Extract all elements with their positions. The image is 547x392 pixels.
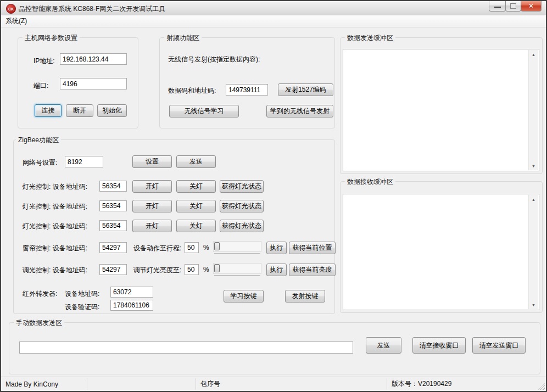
app-window: CK 晶控智能家居系统 KC868-F网关二次开发调试工具 × 系统(Z) 主机… xyxy=(0,0,547,392)
dimmer-percent-sign: % xyxy=(203,266,209,273)
curtain-slider-channel xyxy=(214,253,260,254)
dimmer-get-brightness-button[interactable]: 获得当前亮度 xyxy=(289,264,336,276)
port-input[interactable] xyxy=(60,78,127,89)
light-row-label: 灯光控制: 设备地址码: xyxy=(23,202,87,211)
recv-buffer-textarea[interactable]: ▲ ▼ xyxy=(343,194,539,310)
send-buffer-group: 数据发送缓冲区 ▲ ▼ xyxy=(340,37,543,174)
manual-send-group: 手动数据发送区 发送 清空接收窗口 清空发送窗口 xyxy=(9,322,540,374)
minimize-button[interactable] xyxy=(489,1,506,12)
ip-label: IP地址: xyxy=(34,57,55,66)
manual-send-button[interactable]: 发送 xyxy=(366,337,401,354)
send-buffer-scrollbar[interactable]: ▲ ▼ xyxy=(528,50,538,170)
curtain-percent-input[interactable] xyxy=(185,242,199,253)
light-off-button[interactable]: 关灯 xyxy=(176,200,216,212)
rf-group-title: 射频功能区 xyxy=(164,33,202,43)
rf-data-label: 数据码和地址码: xyxy=(168,86,216,96)
port-label: 端口: xyxy=(34,81,48,91)
ir-verify-label: 设备验证码: xyxy=(65,303,99,312)
rf-send-learned-button[interactable]: 学到的无线信号发射 xyxy=(266,105,333,117)
clear-recv-button[interactable]: 清空接收窗口 xyxy=(412,337,466,354)
send-buffer-title: 数据发送缓冲区 xyxy=(345,33,395,43)
dimmer-slider-channel xyxy=(214,275,260,276)
menu-bar: 系统(Z) xyxy=(1,15,546,27)
recv-buffer-title: 数据接收缓冲区 xyxy=(345,177,395,187)
rf-group: 射频功能区 无线信号发射(按指定数据内容): 数据码和地址码: 发射1527编码… xyxy=(159,37,335,128)
curtain-exec-button[interactable]: 执行 xyxy=(266,242,287,254)
manual-send-input[interactable] xyxy=(19,341,353,354)
light-addr-input[interactable] xyxy=(99,220,127,231)
status-empty-panel xyxy=(87,378,196,390)
light-off-button[interactable]: 关灯 xyxy=(176,180,216,193)
curtain-addr-input[interactable] xyxy=(99,242,127,253)
ir-addr-input[interactable] xyxy=(110,287,153,298)
network-set-button[interactable]: 设置 xyxy=(132,155,172,168)
light-on-button[interactable]: 开灯 xyxy=(132,220,172,232)
dimmer-slider[interactable] xyxy=(213,263,261,277)
status-version: 版本号：V20190429 xyxy=(387,378,546,390)
menu-system[interactable]: 系统(Z) xyxy=(1,15,31,27)
curtain-percent-sign: % xyxy=(203,244,209,251)
close-button[interactable]: × xyxy=(521,1,542,12)
init-button[interactable]: 初始化 xyxy=(97,104,127,117)
curtain-get-position-button[interactable]: 获得当前位置 xyxy=(289,242,336,254)
window-title: 晶控智能家居系统 KC868-F网关二次开发调试工具 xyxy=(19,4,165,14)
rf-tx-label: 无线信号发射(按指定数据内容): xyxy=(168,55,260,64)
light-on-button[interactable]: 开灯 xyxy=(132,180,172,193)
light-row-label: 灯光控制: 设备地址码: xyxy=(23,222,87,231)
app-icon: CK xyxy=(6,4,16,14)
zigbee-group: ZigBee功能区 网络号设置: 设置 发送 灯光控制: 设备地址码: 开灯 关… xyxy=(13,139,335,314)
maximize-icon xyxy=(510,3,516,9)
minimize-icon xyxy=(494,7,501,8)
scroll-down-icon[interactable]: ▼ xyxy=(529,300,538,309)
curtain-action-label: 设备动作至行程: xyxy=(133,244,181,253)
dimmer-percent-input[interactable] xyxy=(185,264,199,275)
close-icon: × xyxy=(529,1,533,11)
dimmer-exec-button[interactable]: 执行 xyxy=(266,264,287,276)
maximize-button[interactable] xyxy=(505,1,521,12)
light-addr-input[interactable] xyxy=(99,200,127,211)
send-1527-button[interactable]: 发射1527编码 xyxy=(278,83,333,96)
title-bar[interactable]: CK 晶控智能家居系统 KC868-F网关二次开发调试工具 × xyxy=(1,1,546,16)
light-status-button[interactable]: 获得灯光状态 xyxy=(220,200,264,212)
scroll-up-icon[interactable]: ▲ xyxy=(529,195,538,204)
light-status-button[interactable]: 获得灯光状态 xyxy=(220,180,264,193)
ir-verify-input[interactable] xyxy=(110,300,153,311)
ir-label: 红外转发器: xyxy=(23,289,57,299)
curtain-slider-track[interactable] xyxy=(213,241,261,252)
ip-input[interactable] xyxy=(60,53,127,65)
ir-addr-label: 设备地址码: xyxy=(65,289,99,299)
status-made-by: Made By KinCony xyxy=(1,378,87,390)
zigbee-group-title: ZigBee功能区 xyxy=(16,136,61,145)
recv-buffer-scrollbar[interactable]: ▲ ▼ xyxy=(528,195,538,309)
network-input[interactable] xyxy=(65,156,103,167)
dimmer-slider-thumb[interactable] xyxy=(214,264,220,272)
network-send-button[interactable]: 发送 xyxy=(176,155,216,168)
recv-buffer-group: 数据接收缓冲区 ▲ ▼ xyxy=(340,181,543,313)
dimmer-slider-track[interactable] xyxy=(213,263,261,274)
status-package: 包序号 xyxy=(196,378,387,390)
dimmer-addr-input[interactable] xyxy=(99,264,127,275)
rf-data-input[interactable] xyxy=(226,84,268,96)
light-on-button[interactable]: 开灯 xyxy=(132,200,172,212)
rf-learn-button[interactable]: 无线信号学习 xyxy=(169,105,239,117)
scroll-up-icon[interactable]: ▲ xyxy=(529,50,538,59)
disconnect-button[interactable]: 断开 xyxy=(66,104,93,117)
light-off-button[interactable]: 关灯 xyxy=(176,220,216,232)
connect-button[interactable]: 连接 xyxy=(35,104,62,117)
light-status-button[interactable]: 获得灯光状态 xyxy=(220,220,264,232)
scroll-down-icon[interactable]: ▼ xyxy=(529,161,538,170)
curtain-slider-thumb[interactable] xyxy=(214,242,220,250)
clear-send-button[interactable]: 清空发送窗口 xyxy=(472,337,526,354)
dimmer-action-label: 调节灯光亮度至: xyxy=(133,266,181,275)
net-settings-group: 主机网络参数设置 IP地址: 端口: 连接 断开 初始化 xyxy=(18,37,138,128)
light-addr-input[interactable] xyxy=(99,181,127,192)
light-row-label: 灯光控制: 设备地址码: xyxy=(23,182,87,192)
net-settings-title: 主机网络参数设置 xyxy=(23,33,80,43)
ir-send-button[interactable]: 发射按键 xyxy=(285,290,325,303)
curtain-slider[interactable] xyxy=(213,241,261,255)
network-label: 网络号设置: xyxy=(23,158,57,167)
status-bar: Made By KinCony 包序号 版本号：V20190429 xyxy=(1,377,546,391)
ir-learn-button[interactable]: 学习按键 xyxy=(224,290,264,303)
dimmer-label: 调光控制: 设备地址码: xyxy=(23,266,87,275)
send-buffer-textarea[interactable]: ▲ ▼ xyxy=(343,49,539,171)
